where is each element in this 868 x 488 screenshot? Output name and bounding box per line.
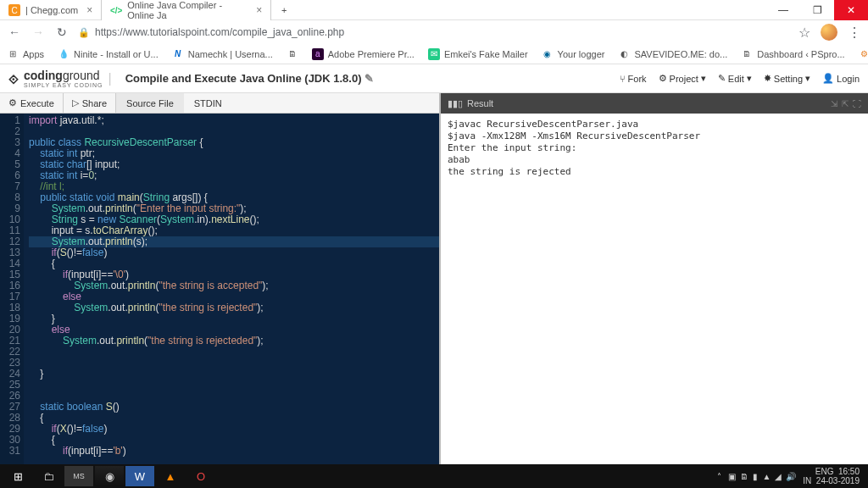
expand-icon[interactable]: ⇱ bbox=[842, 99, 849, 108]
bookmark-adobe[interactable]: aAdobe Premiere Pr... bbox=[312, 48, 415, 60]
work-area: ⚙ Execute ▷ Share Source File STDIN 1234… bbox=[0, 93, 868, 464]
tab-stdin[interactable]: STDIN bbox=[184, 93, 232, 113]
bookmark-namechk[interactable]: NNamechk | Userna... bbox=[172, 48, 273, 60]
system-tray: ˄ ▣ 🗎 ▮ ▲ ◢ 🔊 ENG 16:50 IN 24-03-2019 bbox=[717, 467, 865, 485]
bookmark-blank[interactable]: 🗎 bbox=[287, 48, 298, 60]
battery-icon[interactable]: ▮ bbox=[753, 472, 758, 481]
editor-toolbar: ⚙ Execute ▷ Share Source File STDIN bbox=[0, 93, 439, 114]
gear-icon: ⚙ bbox=[859, 48, 868, 60]
disc-icon: ◐ bbox=[618, 48, 630, 60]
new-tab-button[interactable]: + bbox=[271, 0, 297, 20]
setting-button[interactable]: ✸ Setting ▾ bbox=[764, 73, 810, 84]
bookmark-savevideo[interactable]: ◐SAVEVIDEO.ME: do... bbox=[618, 48, 727, 60]
back-button[interactable]: ← bbox=[7, 25, 22, 39]
code-editor[interactable]: 1234567891011121314151617181920212223242… bbox=[0, 114, 439, 464]
project-button[interactable]: ⚙ Project ▾ bbox=[659, 73, 706, 84]
page-title: Compile and Execute Java Online (JDK 1.8… bbox=[125, 72, 375, 85]
close-tab-icon[interactable]: × bbox=[86, 4, 92, 16]
result-pane: ▮▮▯ Result ⇲ ⇱ ⛶ $javac RecursiveDescent… bbox=[441, 93, 868, 464]
windows-taskbar: ⊞ 🗀 MS ◉ W ▲ O ˄ ▣ 🗎 ▮ ▲ ◢ 🔊 ENG 16:50 I… bbox=[0, 464, 868, 488]
tray-icon[interactable]: ▣ bbox=[728, 472, 736, 481]
apps-icon: ⊞ bbox=[7, 48, 19, 60]
mail-icon: ✉ bbox=[428, 48, 440, 60]
url-text: https://www.tutorialspoint.com/compile_j… bbox=[95, 26, 344, 38]
adobe-icon: a bbox=[312, 48, 324, 60]
window-controls: — ❐ ✕ bbox=[766, 0, 868, 20]
minimize-button[interactable]: — bbox=[766, 0, 800, 20]
task-folder[interactable]: 🗀 bbox=[34, 466, 63, 486]
site-header: ⟐ codinggroundSIMPLY EASY CODING | Compi… bbox=[0, 64, 868, 93]
line-gutter: 1234567891011121314151617181920212223242… bbox=[0, 114, 24, 464]
address-bar-row: ← → ↻ 🔒 https://www.tutorialspoint.com/c… bbox=[0, 20, 868, 44]
editor-pane: ⚙ Execute ▷ Share Source File STDIN 1234… bbox=[0, 93, 441, 464]
execute-button[interactable]: ⚙ Execute bbox=[0, 93, 64, 113]
task-vlc[interactable]: ▲ bbox=[156, 466, 185, 486]
logo-icon: ⟐ bbox=[8, 69, 19, 88]
bookmark-dashboard[interactable]: 🗎Dashboard ‹ PSpro... bbox=[741, 48, 844, 60]
favicon-chegg: C bbox=[8, 4, 20, 16]
bookmark-ninite[interactable]: 💧Ninite - Install or U... bbox=[58, 48, 159, 60]
tab-source-file[interactable]: Source File bbox=[116, 93, 184, 113]
task-ms[interactable]: MS bbox=[64, 466, 93, 486]
edit-title-icon[interactable]: ✎ bbox=[364, 72, 374, 85]
login-button[interactable]: 👤 Login bbox=[822, 73, 860, 84]
tray-chevron-icon[interactable]: ˄ bbox=[717, 472, 721, 481]
start-button[interactable]: ⊞ bbox=[3, 466, 32, 486]
tab-title: Online Java Compiler - Online Ja bbox=[127, 0, 248, 20]
lock-icon: 🔒 bbox=[78, 27, 90, 38]
console-output[interactable]: $javac RecursiveDescentParser.java $java… bbox=[441, 114, 868, 464]
tab-strip: C | Chegg.com × </> Online Java Compiler… bbox=[0, 0, 766, 20]
reload-button[interactable]: ↻ bbox=[54, 25, 70, 39]
wifi-icon[interactable]: ◢ bbox=[775, 472, 782, 481]
star-icon[interactable]: ☆ bbox=[798, 25, 810, 41]
result-header: ▮▮▯ Result ⇲ ⇱ ⛶ bbox=[441, 93, 868, 114]
tray-icon[interactable]: 🗎 bbox=[740, 472, 748, 481]
page-icon: 🗎 bbox=[741, 48, 753, 60]
bookmarks-bar: ⊞Apps 💧Ninite - Install or U... NNamechk… bbox=[0, 44, 868, 64]
bookmark-apps[interactable]: ⊞Apps bbox=[7, 48, 44, 60]
drop-icon: 💧 bbox=[58, 48, 70, 60]
browser-tab-chegg[interactable]: C | Chegg.com × bbox=[0, 0, 102, 20]
fork-button[interactable]: ⑂ Fork bbox=[620, 73, 647, 84]
code-content[interactable]: import java.util.*;public class Recursiv… bbox=[24, 114, 439, 464]
bookmark-softaculous[interactable]: ⚙Softaculous - Softa... bbox=[859, 48, 868, 60]
favicon-compiler: </> bbox=[110, 4, 122, 16]
fullscreen-icon[interactable]: ⛶ bbox=[853, 99, 861, 108]
task-opera[interactable]: O bbox=[186, 466, 215, 486]
page-icon: 🗎 bbox=[287, 48, 298, 60]
bookmark-logger[interactable]: ◉Your logger bbox=[542, 48, 605, 60]
tab-title: | Chegg.com bbox=[25, 5, 78, 15]
n-icon: N bbox=[172, 48, 184, 60]
maximize-button[interactable]: ❐ bbox=[800, 0, 834, 20]
forward-button[interactable]: → bbox=[31, 25, 46, 39]
edit-button[interactable]: ✎ Edit ▾ bbox=[718, 73, 752, 84]
bookmark-emkei[interactable]: ✉Emkei's Fake Mailer bbox=[428, 48, 528, 60]
collapse-icon[interactable]: ⇲ bbox=[831, 99, 837, 108]
chart-icon: ▮▮▯ bbox=[448, 98, 463, 109]
share-button[interactable]: ▷ Share bbox=[64, 93, 116, 113]
close-window-button[interactable]: ✕ bbox=[834, 0, 868, 20]
site-logo[interactable]: ⟐ codinggroundSIMPLY EASY CODING bbox=[8, 69, 103, 88]
volume-icon[interactable]: 🔊 bbox=[786, 472, 796, 481]
close-tab-icon[interactable]: × bbox=[256, 4, 262, 16]
browser-titlebar: C | Chegg.com × </> Online Java Compiler… bbox=[0, 0, 868, 20]
clock[interactable]: ENG 16:50 IN 24-03-2019 bbox=[803, 467, 860, 485]
network-icon[interactable]: ▲ bbox=[762, 472, 771, 481]
browser-tab-compiler[interactable]: </> Online Java Compiler - Online Ja × bbox=[102, 0, 271, 20]
address-bar[interactable]: 🔒 https://www.tutorialspoint.com/compile… bbox=[78, 26, 790, 38]
profile-avatar[interactable] bbox=[821, 24, 837, 41]
task-word[interactable]: W bbox=[125, 466, 154, 486]
target-icon: ◉ bbox=[542, 48, 554, 60]
task-chrome[interactable]: ◉ bbox=[95, 466, 124, 486]
kebab-menu-icon[interactable]: ⋮ bbox=[848, 25, 861, 41]
